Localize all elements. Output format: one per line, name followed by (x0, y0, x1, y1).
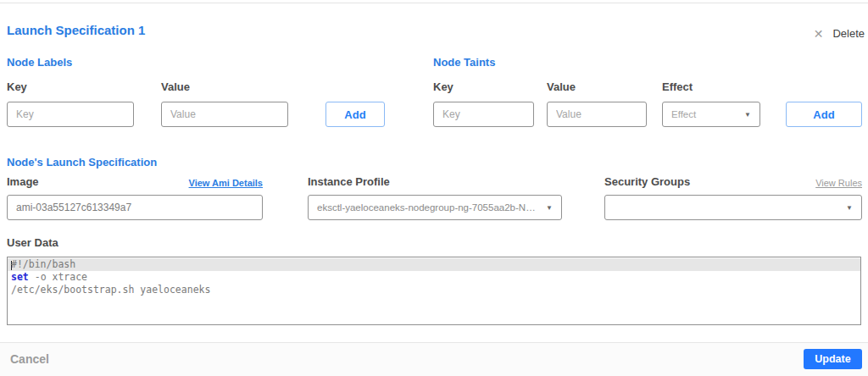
cancel-button[interactable]: Cancel (10, 352, 49, 366)
chevron-down-icon: ▼ (744, 111, 751, 119)
node-taints-value-input[interactable] (547, 102, 647, 127)
chevron-down-icon: ▼ (546, 204, 553, 212)
view-ami-details-link[interactable]: View Ami Details (189, 178, 263, 188)
image-label: Image (7, 175, 39, 188)
code-line-2: set -o xtrace (8, 271, 860, 284)
node-labels-add-button[interactable]: Add (326, 102, 385, 127)
node-labels-key-input[interactable] (7, 102, 134, 127)
node-taints-value-label: Value (547, 80, 576, 93)
chevron-down-icon: ▼ (846, 204, 853, 212)
image-field-header: Image View Ami Details (7, 175, 263, 188)
top-divider (0, 3, 868, 3)
close-icon: ✕ (814, 28, 824, 40)
node-taints-add-button[interactable]: Add (786, 102, 862, 127)
image-input[interactable] (7, 195, 263, 220)
launch-spec-heading: Node's Launch Specification (7, 156, 157, 169)
code-line-1: #!/bin/bash (8, 258, 860, 271)
view-rules-link[interactable]: View Rules (815, 178, 862, 188)
instance-profile-value: eksctl-yaeloceaneks-nodegroup-ng-7055aa2… (317, 202, 539, 213)
user-data-editor[interactable]: #!/bin/bash set -o xtrace /etc/eks/boots… (7, 257, 861, 325)
node-taints-effect-label: Effect (662, 80, 693, 93)
delete-label: Delete (832, 27, 865, 40)
delete-button[interactable]: ✕ Delete (814, 27, 865, 40)
node-labels-value-label: Value (161, 80, 190, 93)
footer-bar (0, 342, 868, 376)
node-taints-effect-select[interactable]: Effect ▼ (662, 102, 760, 127)
code-keyword: set (11, 271, 29, 283)
update-button[interactable]: Update (804, 349, 862, 369)
effect-select-placeholder: Effect (671, 109, 737, 119)
instance-profile-select[interactable]: eksctl-yaeloceaneks-nodegroup-ng-7055aa2… (308, 195, 562, 220)
node-taints-heading: Node Taints (433, 56, 495, 69)
node-taints-key-label: Key (433, 80, 453, 93)
user-data-label: User Data (7, 236, 58, 249)
node-labels-value-input[interactable] (161, 102, 288, 127)
security-groups-label: Security Groups (604, 175, 690, 188)
node-taints-key-input[interactable] (433, 102, 534, 127)
launch-specification-form: Launch Specification 1 ✕ Delete Node Lab… (0, 0, 868, 376)
page-title: Launch Specification 1 (7, 23, 145, 37)
security-groups-select[interactable]: ▼ (604, 195, 862, 220)
instance-profile-label: Instance Profile (308, 175, 390, 188)
security-groups-field-header: Security Groups View Rules (604, 175, 862, 188)
code-line-3: /etc/eks/bootstrap.sh yaeloceaneks (8, 284, 860, 296)
node-labels-key-label: Key (7, 80, 27, 93)
node-labels-heading: Node Labels (7, 56, 72, 69)
